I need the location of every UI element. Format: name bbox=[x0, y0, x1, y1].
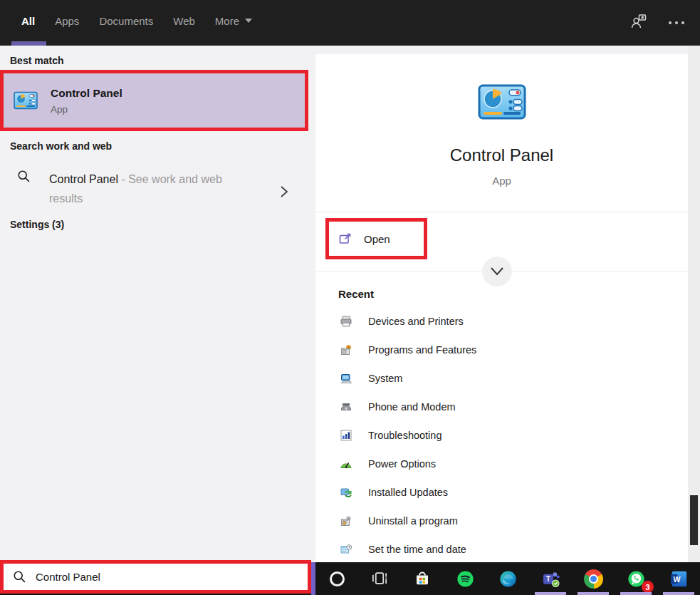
running-indicator bbox=[663, 592, 694, 595]
tab-documents[interactable]: Documents bbox=[99, 15, 153, 27]
recent-item-programs-and-features[interactable]: Programs and Features bbox=[315, 336, 688, 364]
recent-item-power-options[interactable]: Power Options bbox=[315, 450, 688, 478]
microsoft-store-icon bbox=[412, 568, 433, 589]
power-meter-icon bbox=[340, 457, 352, 470]
edge-icon bbox=[498, 569, 518, 589]
search-filter-tabs: All Apps Documents Web More bbox=[21, 0, 252, 41]
calendar-clock-icon bbox=[340, 543, 352, 556]
open-button-label: Open bbox=[364, 233, 390, 245]
scrollbar-track bbox=[688, 46, 700, 562]
preview-app-subtitle: App bbox=[492, 175, 511, 187]
taskbar-search-input[interactable] bbox=[36, 571, 308, 583]
recent-item-set-the-time-and-date[interactable]: Set the time and date bbox=[315, 535, 688, 564]
recent-item-system[interactable]: System bbox=[315, 364, 688, 393]
taskbar-whatsapp-button[interactable]: 3 bbox=[615, 562, 657, 595]
running-indicator bbox=[535, 592, 566, 595]
updates-icon bbox=[340, 486, 352, 499]
tab-more-label: More bbox=[215, 15, 239, 27]
cortana-icon bbox=[330, 571, 345, 586]
scrollbar-thumb[interactable] bbox=[690, 495, 698, 545]
search-header: All Apps Documents Web More bbox=[0, 0, 700, 46]
dropdown-arrow-icon bbox=[245, 19, 252, 23]
web-section-header: Search work and web bbox=[10, 140, 112, 152]
search-icon bbox=[13, 570, 26, 584]
taskbar-task-view-button[interactable] bbox=[358, 562, 401, 595]
chevron-down-icon bbox=[489, 266, 506, 277]
recent-item-phone-and-modem[interactable]: Phone and Modem bbox=[315, 393, 688, 421]
printer-icon bbox=[340, 315, 352, 328]
taskbar-chrome-button[interactable] bbox=[572, 562, 615, 595]
task-view-icon bbox=[370, 569, 389, 588]
taskbar: T 3 bbox=[0, 562, 700, 595]
recent-item-uninstall-a-program[interactable]: Uninstall a program bbox=[315, 507, 688, 535]
web-result-query: Control Panel bbox=[49, 173, 118, 185]
teams-icon: T bbox=[540, 569, 561, 589]
expand-button[interactable] bbox=[482, 257, 512, 286]
taskbar-microsoft-store-button[interactable] bbox=[401, 562, 444, 595]
running-indicator bbox=[620, 592, 652, 595]
word-icon: W bbox=[669, 569, 689, 589]
software-box-icon bbox=[340, 343, 352, 356]
annotation-box-search bbox=[0, 560, 311, 594]
best-match-result[interactable]: Control Panel App bbox=[4, 73, 305, 128]
person-feedback-icon[interactable] bbox=[630, 13, 647, 33]
taskbar-teams-button[interactable]: T bbox=[529, 562, 572, 595]
chrome-icon bbox=[584, 569, 603, 589]
ellipsis-icon[interactable] bbox=[669, 21, 684, 24]
computer-icon bbox=[340, 372, 352, 385]
spotify-icon bbox=[455, 569, 476, 589]
best-match-subtitle: App bbox=[51, 104, 122, 115]
search-icon bbox=[17, 170, 31, 183]
recent-item-installed-updates[interactable]: Installed Updates bbox=[315, 478, 688, 507]
taskbar-apps: T 3 bbox=[315, 562, 700, 595]
tab-web[interactable]: Web bbox=[173, 15, 195, 27]
chart-troubleshoot-icon bbox=[340, 429, 352, 442]
settings-section-header: Settings (3) bbox=[10, 219, 64, 230]
best-match-title: Control Panel bbox=[51, 87, 122, 100]
preview-right-panel: Control Panel App Open Recent bbox=[315, 54, 688, 562]
svg-text:W: W bbox=[673, 574, 681, 583]
windows-search-panel: All Apps Documents Web More Best m bbox=[0, 0, 700, 595]
control-panel-icon bbox=[14, 91, 38, 110]
app-preview: Control Panel App bbox=[315, 54, 688, 212]
tab-more[interactable]: More bbox=[215, 15, 252, 27]
open-button[interactable]: Open bbox=[329, 222, 424, 256]
recent-header: Recent bbox=[338, 288, 688, 300]
open-external-icon bbox=[338, 232, 352, 246]
taskbar-edge-button[interactable] bbox=[486, 562, 529, 595]
tab-all[interactable]: All bbox=[21, 15, 35, 27]
taskbar-spotify-button[interactable] bbox=[444, 562, 486, 595]
control-panel-icon bbox=[478, 84, 526, 120]
best-match-header: Best match bbox=[10, 55, 63, 66]
annotation-box-open: Open bbox=[325, 218, 427, 259]
taskbar-word-button[interactable]: W bbox=[657, 562, 700, 595]
phone-icon bbox=[340, 400, 352, 413]
notification-badge: 3 bbox=[642, 581, 654, 593]
recent-item-devices-and-printers[interactable]: Devices and Printers bbox=[315, 307, 688, 336]
results-left-panel: Best match bbox=[0, 46, 315, 562]
software-box-icon bbox=[340, 514, 352, 527]
recent-section: Recent Devices and Printers bbox=[315, 272, 688, 562]
tab-apps[interactable]: Apps bbox=[55, 15, 79, 27]
preview-app-title: Control Panel bbox=[450, 145, 553, 165]
annotation-box-best-match: Control Panel App bbox=[0, 70, 308, 131]
chevron-right-icon bbox=[278, 185, 290, 199]
taskbar-cortana-button[interactable] bbox=[315, 562, 358, 595]
recent-item-troubleshooting[interactable]: Troubleshooting bbox=[315, 421, 688, 450]
running-indicator bbox=[578, 592, 609, 595]
svg-text:T: T bbox=[545, 575, 550, 583]
web-search-result[interactable]: Control Panel - See work and web results bbox=[0, 160, 308, 214]
